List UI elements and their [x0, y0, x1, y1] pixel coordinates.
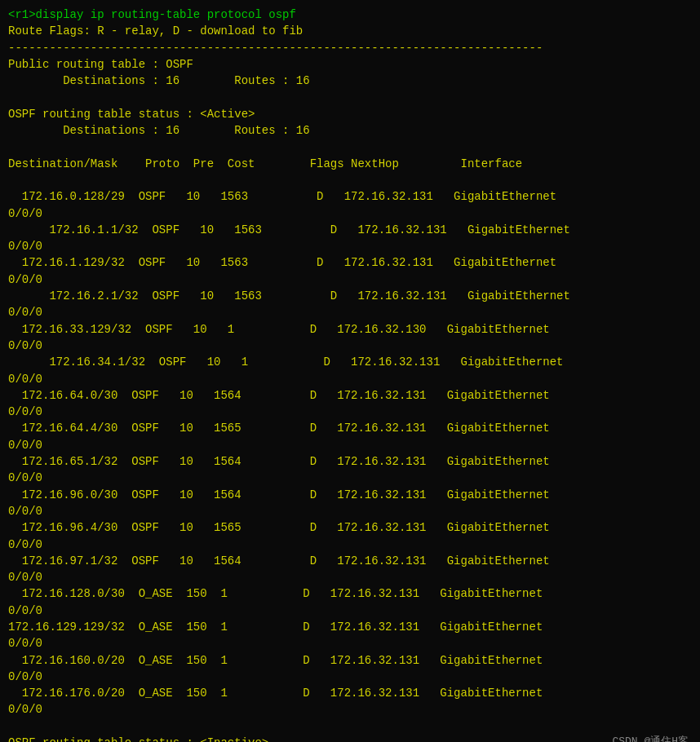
- terminal-line: 0/0/0: [8, 537, 692, 553]
- terminal-line: 0/0/0: [8, 371, 692, 387]
- watermark: CSDN @通住H客: [612, 735, 689, 742]
- terminal-line: 0/0/0: [8, 669, 692, 685]
- terminal-line: 172.16.1.1/32 OSPF 10 1563 D 172.16.32.1…: [8, 222, 692, 238]
- terminal-line: [8, 718, 692, 735]
- terminal-line: [8, 172, 692, 188]
- terminal-line: 172.16.64.0/30 OSPF 10 1564 D 172.16.32.…: [8, 387, 692, 404]
- terminal-line: 0/0/0: [8, 272, 692, 288]
- terminal-line: 0/0/0: [8, 404, 692, 420]
- terminal-line: Destinations : 16 Routes : 16: [8, 73, 692, 89]
- terminal-line: Public routing table : OSPF: [8, 56, 692, 73]
- terminal-line: 0/0/0: [8, 635, 692, 651]
- terminal-line: <r1>display ip routing-table protocol os…: [8, 7, 692, 23]
- terminal-output: <r1>display ip routing-table protocol os…: [8, 7, 692, 742]
- terminal-line: [8, 89, 692, 105]
- terminal-line: 172.16.64.4/30 OSPF 10 1565 D 172.16.32.…: [8, 420, 692, 436]
- terminal-line: 172.16.1.129/32 OSPF 10 1563 D 172.16.32…: [8, 254, 692, 271]
- terminal-line: 0/0/0: [8, 238, 692, 254]
- terminal-line: OSPF routing table status : <Inactive>: [8, 735, 692, 742]
- terminal-line: 0/0/0: [8, 470, 692, 486]
- terminal-line: 172.16.97.1/32 OSPF 10 1564 D 172.16.32.…: [8, 553, 692, 569]
- terminal-line: 172.16.0.128/29 OSPF 10 1563 D 172.16.32…: [8, 188, 692, 205]
- terminal-line: 172.16.129.129/32 O_ASE 150 1 D 172.16.3…: [8, 619, 692, 635]
- terminal-line: 0/0/0: [8, 338, 692, 354]
- terminal-line: 0/0/0: [8, 603, 692, 619]
- terminal-line: 172.16.160.0/20 O_ASE 150 1 D 172.16.32.…: [8, 652, 692, 669]
- terminal-line: 172.16.128.0/30 O_ASE 150 1 D 172.16.32.…: [8, 585, 692, 602]
- terminal-line: 172.16.65.1/32 OSPF 10 1564 D 172.16.32.…: [8, 453, 692, 470]
- terminal-window: <r1>display ip routing-table protocol os…: [0, 0, 700, 742]
- terminal-line: 172.16.176.0/20 O_ASE 150 1 D 172.16.32.…: [8, 685, 692, 701]
- terminal-line: 172.16.96.0/30 OSPF 10 1564 D 172.16.32.…: [8, 487, 692, 503]
- terminal-line: 0/0/0: [8, 304, 692, 320]
- terminal-line: 0/0/0: [8, 205, 692, 222]
- terminal-line: 172.16.96.4/30 OSPF 10 1565 D 172.16.32.…: [8, 519, 692, 536]
- terminal-line: Destinations : 16 Routes : 16: [8, 122, 692, 139]
- terminal-line: ----------------------------------------…: [8, 40, 692, 56]
- terminal-line: 172.16.2.1/32 OSPF 10 1563 D 172.16.32.1…: [8, 288, 692, 304]
- terminal-line: OSPF routing table status : <Active>: [8, 106, 692, 122]
- terminal-line: 172.16.33.129/32 OSPF 10 1 D 172.16.32.1…: [8, 321, 692, 338]
- terminal-line: Route Flags: R - relay, D - download to …: [8, 23, 692, 39]
- terminal-line: 0/0/0: [8, 503, 692, 519]
- terminal-line: 0/0/0: [8, 569, 692, 585]
- terminal-line: 172.16.34.1/32 OSPF 10 1 D 172.16.32.131…: [8, 354, 692, 370]
- terminal-line: 0/0/0: [8, 437, 692, 453]
- terminal-line: Destination/Mask Proto Pre Cost Flags Ne…: [8, 156, 692, 172]
- terminal-line: [8, 139, 692, 155]
- terminal-line: 0/0/0: [8, 701, 692, 718]
